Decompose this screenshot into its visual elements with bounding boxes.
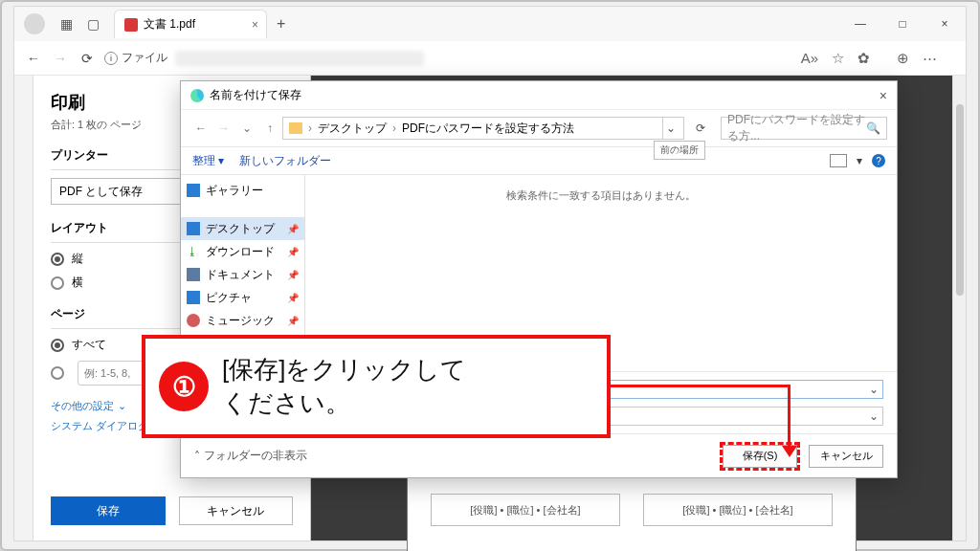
tree-label: ピクチャ (206, 290, 252, 306)
tree-item-music[interactable]: ミュージック📌 (181, 309, 304, 332)
chevron-up-icon: ˄ (194, 450, 200, 463)
breadcrumb-dropdown[interactable]: ⌄ 前の場所 (662, 118, 678, 139)
printer-value: PDF として保存 (59, 184, 143, 200)
annotation-arrow (611, 385, 791, 387)
radio-icon (51, 366, 64, 380)
favorite-icon[interactable]: ☆ (832, 50, 844, 67)
new-tab-button[interactable]: + (277, 15, 285, 33)
desktop-icon (187, 222, 200, 235)
edge-app-icon (190, 89, 204, 102)
music-icon (187, 314, 200, 327)
instruction-text: [保存]をクリックして ください。 (222, 353, 466, 420)
url-scheme-label: ファイル (122, 50, 167, 66)
nav-up-button[interactable]: ↑ (259, 121, 280, 135)
tree-label: ミュージック (206, 313, 275, 329)
tree-item-pictures[interactable]: ピクチャ📌 (181, 286, 304, 309)
refresh-button[interactable]: ⟳ (692, 121, 709, 135)
preview-footer-text: [役職] • [職位] • [会社名] (470, 503, 580, 518)
pin-icon: 📌 (287, 293, 299, 303)
instruction-line: [保存]をクリックして (222, 353, 466, 386)
extension-icon[interactable]: ✿ (858, 50, 870, 67)
pdf-icon (124, 18, 138, 32)
breadcrumb-segment[interactable]: PDFにパスワードを設定する方法 (402, 121, 574, 137)
tooltip: 前の場所 (654, 141, 705, 160)
documents-icon (187, 268, 200, 281)
site-info-icon[interactable]: i (104, 52, 118, 65)
window-close-button[interactable]: × (924, 7, 966, 41)
tree-item-gallery[interactable]: ギャラリー (181, 179, 304, 202)
menu-icon[interactable]: ⋯ (923, 50, 937, 67)
toggle-folders-button[interactable]: ˄ フォルダーの非表示 (194, 448, 307, 464)
dialog-title: 名前を付けて保存 (210, 87, 301, 103)
radio-icon (51, 276, 64, 290)
search-icon: 🔍 (866, 121, 880, 135)
refresh-button[interactable]: ⟳ (74, 51, 100, 66)
pages-all-label: すべて (72, 337, 106, 353)
radio-icon (51, 339, 64, 352)
view-mode-button[interactable] (830, 154, 847, 167)
instruction-callout: ① [保存]をクリックして ください。 (142, 335, 611, 438)
profile-avatar[interactable] (24, 13, 45, 34)
cancel-button[interactable]: キャンセル (809, 445, 883, 468)
window-minimize-button[interactable]: — (839, 7, 881, 41)
step-number-badge: ① (159, 362, 209, 411)
find-icon[interactable]: A» (801, 50, 818, 67)
tree-label: ギャラリー (206, 183, 263, 199)
scrollbar[interactable] (952, 76, 966, 540)
nav-back-button[interactable]: ← (190, 121, 212, 135)
empty-message: 検索条件に一致する項目はありません。 (506, 188, 696, 203)
window-maximize-button[interactable]: □ (881, 7, 924, 41)
chevron-down-icon: ⌄ (118, 400, 126, 412)
tab-actions-icon[interactable]: ▢ (79, 16, 106, 32)
print-cancel-button[interactable]: キャンセル (179, 496, 294, 525)
workspaces-icon[interactable]: ▦ (53, 16, 79, 32)
chevron-down-icon[interactable]: ⌄ (869, 383, 879, 396)
preview-footer-box: [役職] • [職位] • [会社名] (643, 494, 833, 526)
url-blurred (175, 51, 424, 66)
portrait-label: 縦 (72, 251, 83, 267)
collections-icon[interactable]: ⊕ (897, 50, 909, 67)
tree-label: ドキュメント (206, 267, 275, 283)
forward-button: → (47, 51, 74, 66)
sidebar-gutter (14, 76, 33, 540)
new-folder-button[interactable]: 新しいフォルダー (239, 153, 331, 169)
annotation-arrow (788, 385, 791, 450)
gallery-icon (187, 184, 200, 197)
help-icon[interactable]: ? (872, 154, 885, 167)
breadcrumb[interactable]: › デスクトップ › PDFにパスワードを設定する方法 ⌄ 前の場所 (282, 117, 684, 140)
tree-label: デスクトップ (206, 221, 275, 237)
tab-title: 文書 1.pdf (144, 16, 195, 33)
pictures-icon (187, 291, 200, 304)
url-field[interactable]: i ファイル (104, 50, 424, 66)
search-input[interactable]: PDFにパスワードを設定する方... 🔍 (721, 117, 887, 140)
tree-item-downloads[interactable]: ⭳ダウンロード📌 (181, 240, 304, 263)
chevron-down-icon[interactable]: ▾ (857, 154, 862, 167)
tree-item-desktop[interactable]: デスクトップ📌 (181, 217, 304, 240)
tree-item-documents[interactable]: ドキュメント📌 (181, 263, 304, 286)
back-button[interactable]: ← (20, 51, 47, 66)
tree-label: ダウンロード (206, 244, 275, 260)
pin-icon: 📌 (287, 316, 299, 326)
instruction-line: ください。 (222, 386, 466, 420)
landscape-label: 横 (72, 275, 83, 291)
address-bar: ← → ⟳ i ファイル A» ☆ ✿ ⊕ ⋯ (14, 41, 966, 76)
organize-menu[interactable]: 整理 ▾ (192, 153, 224, 169)
window-titlebar: ▦ ▢ 文書 1.pdf × + — □ × (14, 7, 966, 41)
more-settings-label: その他の設定 (51, 399, 114, 413)
annotation-arrow-head (782, 446, 797, 457)
folder-icon (289, 122, 302, 134)
search-placeholder: PDFにパスワードを設定する方... (727, 112, 866, 144)
nav-recent-button[interactable]: ⌄ (236, 121, 257, 135)
toggle-folders-label: フォルダーの非表示 (204, 448, 307, 464)
radio-icon (51, 253, 64, 266)
scroll-thumb[interactable] (956, 104, 964, 296)
pin-icon: 📌 (287, 270, 299, 280)
pin-icon: 📌 (287, 247, 299, 257)
breadcrumb-segment[interactable]: デスクトップ (318, 121, 387, 137)
nav-forward-button: → (213, 121, 234, 135)
chevron-down-icon[interactable]: ⌄ (869, 409, 879, 423)
browser-tab[interactable]: 文書 1.pdf × (114, 10, 267, 38)
tab-close-icon[interactable]: × (252, 18, 258, 32)
dialog-close-button[interactable]: × (880, 88, 887, 103)
print-save-button[interactable]: 保存 (51, 496, 166, 525)
